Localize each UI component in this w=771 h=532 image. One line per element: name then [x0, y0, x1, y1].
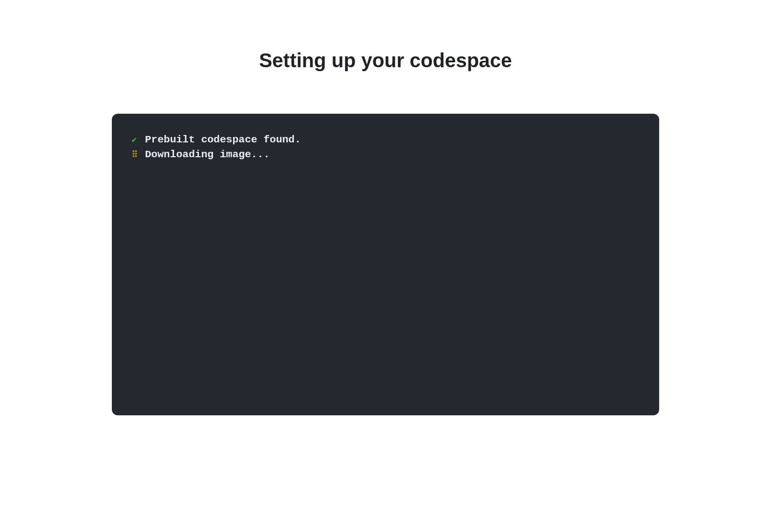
spinner-icon: ⠿: [132, 149, 140, 162]
log-text: Prebuilt codespace found.: [145, 133, 301, 147]
page-title: Setting up your codespace: [259, 49, 512, 72]
terminal-panel: ✔ Prebuilt codespace found. ⠿ Downloadin…: [112, 114, 659, 415]
check-icon: ✔: [132, 134, 140, 147]
log-line-prebuilt: ✔ Prebuilt codespace found.: [132, 133, 639, 147]
log-text: Downloading image...: [145, 147, 270, 162]
page-container: Setting up your codespace ✔ Prebuilt cod…: [0, 0, 771, 415]
log-line-downloading: ⠿ Downloading image...: [132, 147, 639, 162]
